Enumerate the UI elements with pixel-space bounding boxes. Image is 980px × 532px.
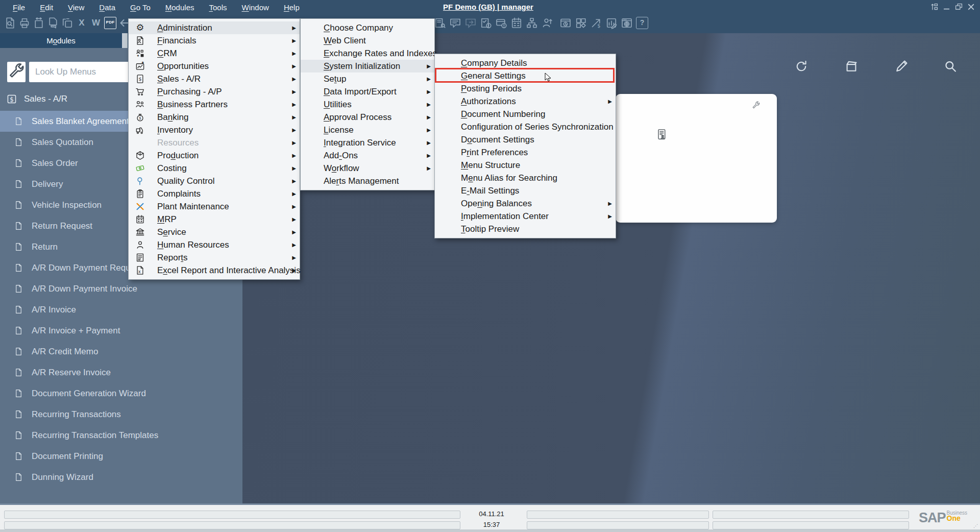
menubar-item-modules[interactable]: Modules — [160, 0, 200, 15]
menu-item-administration[interactable]: ⚙Administration▶ — [129, 21, 300, 34]
menu-item-system-initialization[interactable]: System Initialization▶ — [301, 60, 434, 72]
menu-item-banking[interactable]: $Banking▶ — [129, 111, 300, 124]
menu-item-choose-company[interactable]: Choose Company — [301, 21, 434, 34]
sidebar-item-a-r-reserve-invoice[interactable]: A/R Reserve Invoice — [0, 362, 242, 383]
sidebar-item-a-r-down-payment-invoice[interactable]: A/R Down Payment Invoice — [0, 278, 242, 299]
web-browser-icon[interactable] — [621, 17, 633, 29]
menubar-item-tools[interactable]: Tools — [203, 0, 232, 15]
menu-item-costing[interactable]: Costing▶ — [129, 162, 300, 175]
approval-alert-icon[interactable] — [480, 17, 492, 29]
menu-item-exchange-rates-and-indexes[interactable]: Exchange Rates and Indexes — [301, 47, 434, 60]
wrench-icon[interactable] — [751, 101, 761, 110]
sidebar-item-a-r-credit-memo[interactable]: A/R Credit Memo — [0, 341, 242, 362]
calendar-icon[interactable] — [510, 17, 523, 29]
menu-item-setup[interactable]: Setup▶ — [301, 72, 434, 85]
menu-item-web-client[interactable]: Web Client — [301, 34, 434, 47]
print-preview-icon[interactable] — [4, 17, 16, 29]
doc-export-icon[interactable] — [33, 17, 45, 29]
menu-settings-button[interactable] — [7, 62, 26, 82]
menubar-item-help[interactable]: Help — [278, 0, 305, 15]
menubar-item-view[interactable]: View — [62, 0, 90, 15]
menu-item-production[interactable]: Production▶ — [129, 149, 300, 162]
menu-item-opening-balances[interactable]: Opening Balances▶ — [435, 197, 616, 210]
menubar-item-data[interactable]: Data — [93, 0, 121, 15]
menu-item-workflow[interactable]: Workflow▶ — [301, 162, 434, 175]
menubar-item-go-to[interactable]: Go To — [125, 0, 156, 15]
menubar-item-file[interactable]: File — [7, 0, 31, 15]
menu-item-tooltip-preview[interactable]: Tooltip Preview — [435, 223, 616, 235]
form-settings-icon[interactable] — [434, 17, 446, 29]
menu-item-opportunities[interactable]: ★Opportunities▶ — [129, 60, 300, 72]
cockpit-widget-card[interactable] — [616, 94, 777, 223]
resize-grip[interactable]: ⋰ — [973, 523, 978, 528]
tab-modules[interactable]: Modules — [0, 33, 122, 48]
arrange-windows-icon[interactable] — [929, 2, 939, 12]
doc-chat-icon[interactable] — [47, 17, 59, 29]
menu-item-plant-maintenance[interactable]: Plant Maintenance▶ — [129, 200, 300, 213]
sidebar-item-a-r-invoice-payment[interactable]: A/R Invoice + Payment — [0, 320, 242, 341]
payment-alert-icon[interactable] — [495, 17, 507, 29]
copy-icon[interactable] — [61, 17, 74, 29]
menu-item-resources[interactable]: Resources▶ — [129, 136, 300, 149]
word-icon[interactable]: W — [90, 17, 102, 29]
sidebar-item-document-generation-wizard[interactable]: Document Generation Wizard — [0, 383, 242, 404]
menu-item-excel-report-and-interactive-analysis[interactable]: xExcel Report and Interactive Analysis▶ — [129, 264, 300, 277]
sidebar-item-recurring-transaction-templates[interactable]: Recurring Transaction Templates — [0, 425, 242, 446]
menu-item-financials[interactable]: $Financials▶ — [129, 34, 300, 47]
menu-item-service[interactable]: Service▶ — [129, 226, 300, 238]
close-icon[interactable] — [966, 2, 976, 12]
remarks-chat-icon[interactable] — [449, 17, 461, 29]
exchange-rate-icon[interactable]: $ — [590, 17, 602, 29]
sidebar-item-dunning-wizard[interactable]: Dunning Wizard — [0, 467, 242, 488]
menu-item-mrp[interactable]: MRP▶ — [129, 213, 300, 226]
menu-item-integration-service[interactable]: Integration Service▶ — [301, 136, 434, 149]
menubar-item-edit[interactable]: Edit — [34, 0, 59, 15]
tiles-icon[interactable] — [575, 17, 587, 29]
menu-item-posting-periods[interactable]: Posting Periods — [435, 82, 616, 95]
restore-icon[interactable] — [954, 2, 964, 12]
print-icon[interactable] — [18, 17, 31, 29]
menu-item-authorizations[interactable]: Authorizations▶ — [435, 95, 616, 108]
chat-forward-icon[interactable] — [464, 17, 477, 29]
excel-icon[interactable]: X — [76, 17, 88, 29]
menubar-item-window[interactable]: Window — [236, 0, 275, 15]
menu-item-complaints[interactable]: Complaints▶ — [129, 187, 300, 200]
menu-item-data-import-export[interactable]: Data Import/Export▶ — [301, 85, 434, 98]
menu-item-document-settings[interactable]: Document Settings — [435, 133, 616, 146]
pdf-icon[interactable]: PDF — [104, 17, 116, 29]
menu-item-crm[interactable]: ★CRM▶ — [129, 47, 300, 60]
window-clock-icon[interactable] — [559, 17, 572, 29]
menu-item-license[interactable]: License▶ — [301, 124, 434, 136]
sidebar-item-recurring-transactions[interactable]: Recurring Transactions — [0, 404, 242, 425]
sidebar-item-a-r-invoice[interactable]: A/R Invoice — [0, 299, 242, 320]
menu-item-document-numbering[interactable]: Document Numbering — [435, 108, 616, 120]
menu-item-implementation-center[interactable]: Implementation Center▶ — [435, 210, 616, 223]
menu-item-purchasing-a-p[interactable]: Purchasing - A/P▶ — [129, 85, 300, 98]
menu-item-sales-a-r[interactable]: $Sales - A/R▶ — [129, 72, 300, 85]
org-chart-icon[interactable] — [526, 17, 538, 29]
menu-item-configuration-of-series-synchronization[interactable]: Configuration of Series Synchronization — [435, 120, 616, 133]
menu-item-print-preferences[interactable]: Print Preferences — [435, 146, 616, 159]
report-edit-icon[interactable] — [605, 17, 618, 29]
menu-item-menu-alias-for-searching[interactable]: Menu Alias for Searching — [435, 172, 616, 184]
menu-item-reports[interactable]: Reports▶ — [129, 251, 300, 264]
submenu-arrow-icon: ▶ — [292, 111, 296, 124]
widget-box-icon[interactable] — [844, 59, 859, 74]
menu-item-human-resources[interactable]: Human Resources▶ — [129, 238, 300, 251]
menu-item-menu-structure[interactable]: Menu Structure — [435, 159, 616, 172]
help-icon[interactable]: ? — [636, 17, 648, 29]
menu-item-business-partners[interactable]: Business Partners▶ — [129, 98, 300, 111]
sidebar-item-document-printing[interactable]: Document Printing — [0, 446, 242, 467]
edit-pencil-icon[interactable] — [894, 59, 909, 74]
minimize-icon[interactable] — [942, 2, 951, 12]
menu-item-alerts-management[interactable]: Alerts Management — [301, 175, 434, 187]
menu-item-e-mail-settings[interactable]: E-Mail Settings — [435, 184, 616, 197]
menu-item-approval-process[interactable]: Approval Process▶ — [301, 111, 434, 124]
menu-item-add-ons[interactable]: Add-Ons▶ — [301, 149, 434, 162]
refresh-icon[interactable] — [794, 59, 808, 74]
search-icon[interactable] — [943, 59, 958, 74]
menu-item-inventory[interactable]: Inventory▶ — [129, 124, 300, 136]
menu-item-utilities[interactable]: Utilities▶ — [301, 98, 434, 111]
person-export-icon[interactable] — [541, 17, 553, 29]
menu-item-quality-control[interactable]: Quality Control▶ — [129, 175, 300, 187]
